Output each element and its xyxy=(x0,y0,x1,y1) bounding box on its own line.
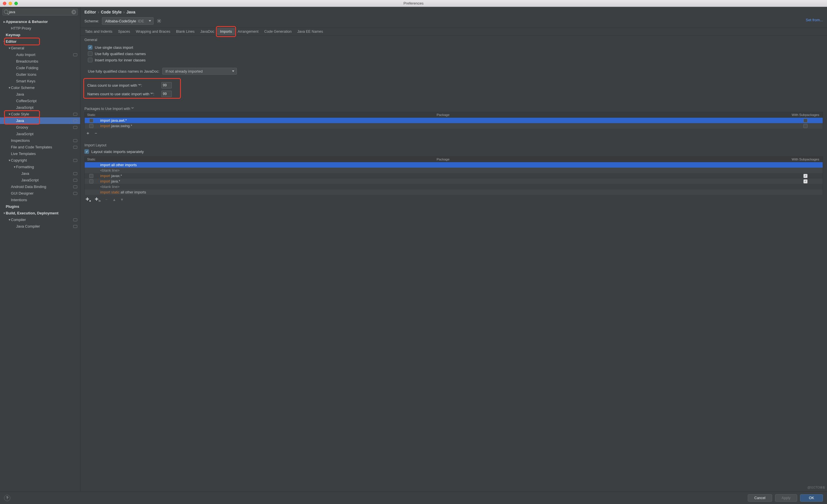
tree-item[interactable]: JavaScript xyxy=(0,177,80,184)
settings-tree[interactable]: ▶Appearance & BehaviorHTTP ProxyKeymap▼E… xyxy=(0,17,80,491)
tree-item[interactable]: Keymap xyxy=(0,32,80,38)
table-row[interactable]: <blank line> xyxy=(85,168,823,173)
apply-button[interactable]: Apply xyxy=(775,494,797,502)
tree-item-label: Compiler xyxy=(11,217,26,222)
table-row[interactable]: import java.awt.* xyxy=(85,118,823,123)
help-button[interactable]: ? xyxy=(4,495,10,501)
tree-item[interactable]: Java Compiler xyxy=(0,223,80,230)
checkbox[interactable] xyxy=(88,51,92,56)
tree-item[interactable]: ▼Compiler xyxy=(0,216,80,223)
tree-item[interactable]: Java xyxy=(0,170,80,177)
search-input[interactable] xyxy=(2,9,78,15)
tab-imports[interactable]: Imports xyxy=(217,28,235,35)
tab-blank-lines[interactable]: Blank Lines xyxy=(173,28,198,35)
checkbox[interactable] xyxy=(88,58,92,62)
tree-item[interactable]: Java xyxy=(0,91,80,98)
tree-item[interactable]: ▼Formatting xyxy=(0,164,80,170)
tree-item[interactable]: File and Code Templates xyxy=(0,144,80,150)
tree-item[interactable]: ▶Appearance & Behavior xyxy=(0,18,80,25)
javadoc-fq-combo[interactable]: If not already imported xyxy=(162,68,237,74)
static-checkbox[interactable] xyxy=(89,174,93,178)
tab-spaces[interactable]: Spaces xyxy=(115,28,133,35)
tab-javadoc[interactable]: JavaDoc xyxy=(198,28,217,35)
add-layout-blank-button[interactable]: ✚ln xyxy=(95,197,100,202)
cancel-button[interactable]: Cancel xyxy=(748,494,772,502)
tree-item[interactable]: Code Folding xyxy=(0,64,80,71)
tree-item-label: Keymap xyxy=(6,33,20,37)
tab-wrapping-and-braces[interactable]: Wrapping and Braces xyxy=(133,28,173,35)
tree-item-label: JavaScript xyxy=(16,132,34,136)
tree-item[interactable]: Auto Import xyxy=(0,51,80,58)
tree-item[interactable]: ▼General xyxy=(0,45,80,51)
table-row[interactable]: import javax.* xyxy=(85,173,823,179)
add-layout-button[interactable]: ✚■ xyxy=(86,197,91,202)
packages-title: Packages to Use Import with '*' xyxy=(81,102,827,112)
clear-search-button[interactable]: ✕ xyxy=(71,10,76,14)
tree-item[interactable]: CoffeeScript xyxy=(0,98,80,104)
project-scope-icon xyxy=(73,172,77,175)
tree-item[interactable]: Gutter Icons xyxy=(0,71,80,78)
class-count-input[interactable] xyxy=(161,82,172,88)
static-checkbox[interactable] xyxy=(89,124,93,128)
tree-item[interactable]: JavaScript xyxy=(0,104,80,111)
tree-item[interactable]: ▼Build, Execution, Deployment xyxy=(0,210,80,216)
static-checkbox[interactable] xyxy=(89,180,93,184)
static-checkbox[interactable] xyxy=(89,118,93,122)
set-from-link[interactable]: Set from... xyxy=(806,18,827,22)
table-row[interactable]: import javax.swing.* xyxy=(85,123,823,129)
layout-header: StaticPackageWith Subpackages xyxy=(85,156,823,162)
tree-item-label: Color Scheme xyxy=(11,86,35,90)
names-count-input[interactable] xyxy=(161,91,172,97)
subpkg-checkbox[interactable] xyxy=(804,124,808,128)
table-row[interactable]: import static all other imports xyxy=(85,190,823,195)
tree-item[interactable]: Plugins xyxy=(0,203,80,210)
checkbox-label: Use fully qualified class names xyxy=(95,52,146,56)
tree-item[interactable]: HTTP Proxy xyxy=(0,25,80,32)
search-row: ✕ xyxy=(0,7,80,17)
tree-item[interactable]: Java xyxy=(0,117,80,124)
tree-item[interactable]: Intentions xyxy=(0,197,80,203)
tree-item-label: Appearance & Behavior xyxy=(6,19,48,24)
tree-arrow-icon: ▼ xyxy=(13,166,16,168)
move-down-button[interactable]: ▼ xyxy=(120,197,124,202)
subpkg-checkbox[interactable] xyxy=(804,118,808,122)
tree-item[interactable]: Live Templates xyxy=(0,150,80,157)
tree-item[interactable]: ▼Copyright xyxy=(0,157,80,164)
add-package-button[interactable]: ＋ xyxy=(86,130,90,136)
javadoc-fq-value: If not already imported xyxy=(165,69,202,73)
tree-item-label: GUI Designer xyxy=(11,191,34,195)
content-pane: Editor›Code Style›Java Scheme: Alibaba-C… xyxy=(81,7,827,491)
tree-item[interactable]: ▼Code Style xyxy=(0,111,80,117)
tree-item[interactable]: Inspections xyxy=(0,137,80,144)
tree-item[interactable]: JavaScript xyxy=(0,131,80,137)
remove-layout-button[interactable]: － xyxy=(104,197,108,202)
tab-tabs-and-indents[interactable]: Tabs and Indents xyxy=(82,28,115,35)
remove-package-button[interactable]: － xyxy=(94,130,98,136)
gear-icon[interactable] xyxy=(156,18,162,23)
section-general: General xyxy=(81,36,827,43)
tab-code-generation[interactable]: Code Generation xyxy=(261,28,294,35)
subpkg-checkbox[interactable] xyxy=(804,180,808,184)
layout-separate-cb[interactable] xyxy=(85,149,89,154)
checkbox[interactable] xyxy=(88,45,92,50)
tab-arrangement[interactable]: Arrangement xyxy=(235,28,261,35)
tree-item[interactable]: ▼Editor xyxy=(0,38,80,45)
tree-item[interactable]: Android Data Binding xyxy=(0,184,80,190)
ok-button[interactable]: OK xyxy=(800,494,823,502)
packages-tools: ＋ － xyxy=(85,129,823,138)
tree-item[interactable]: Groovy xyxy=(0,124,80,131)
scheme-combo[interactable]: Alibaba-CodeStyle IDE xyxy=(102,17,154,25)
tree-item[interactable]: GUI Designer xyxy=(0,190,80,197)
tab-java-ee-names[interactable]: Java EE Names xyxy=(294,28,326,35)
move-up-button[interactable]: ▲ xyxy=(112,197,116,202)
tree-item[interactable]: ▼Color Scheme xyxy=(0,84,80,91)
highlight-tab xyxy=(216,26,236,37)
table-row[interactable]: <blank line> xyxy=(85,184,823,190)
class-count-label: Class count to use import with '*': xyxy=(87,83,160,88)
tree-item[interactable]: Smart Keys xyxy=(0,78,80,84)
tree-item-label: Formatting xyxy=(16,165,34,169)
table-row[interactable]: import all other imports xyxy=(85,162,823,168)
table-row[interactable]: import java.* xyxy=(85,179,823,184)
subpkg-checkbox[interactable] xyxy=(804,174,808,178)
tree-item[interactable]: Breadcrumbs xyxy=(0,58,80,64)
